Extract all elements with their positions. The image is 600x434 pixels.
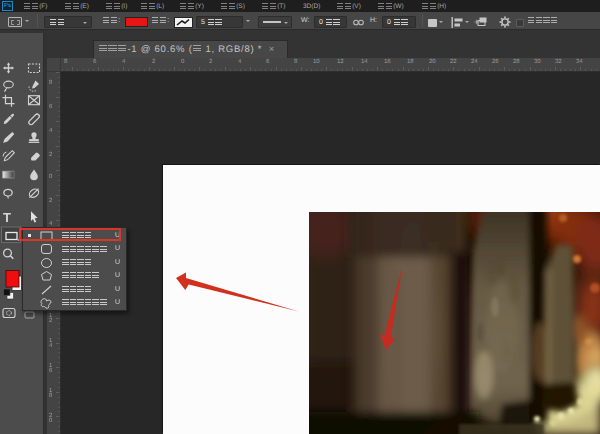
svg-text:T: T [3,210,11,225]
